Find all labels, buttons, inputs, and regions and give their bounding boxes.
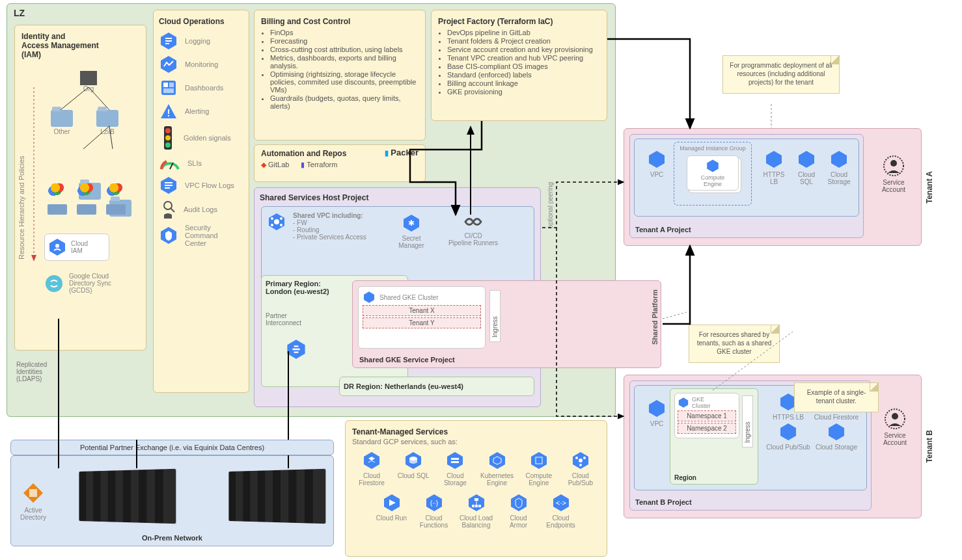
svg-point-59	[579, 464, 582, 466]
lb-icon	[467, 493, 486, 513]
storage-row	[48, 204, 126, 215]
tenant-y-ns: Tenant Y	[363, 317, 481, 328]
pubsub-icon	[571, 451, 590, 470]
svg-line-31	[171, 208, 174, 212]
tenant-a-vpc: VPC Managed Instance Group Compute Engin…	[634, 139, 859, 217]
svg-marker-70	[511, 494, 527, 511]
iam-side-label: Resource Hierarchy and Policies	[18, 90, 25, 260]
billing-box: Billing and Cost Control FinOps Forecast…	[254, 10, 426, 140]
dr-region-box: DR Region: Netherlands (eu-west4)	[339, 377, 534, 396]
shared-vpc-box: Shared VPC including: - FW - Routing - P…	[261, 206, 534, 283]
note-tenant-a: For programmatic deployment of all resou…	[722, 55, 840, 94]
traffic-light-icon	[159, 125, 177, 151]
factory-list: DevOps pipeline in GitLab Tenant folders…	[438, 29, 600, 96]
dr-region-title: DR Region: Netherlands (eu-west4)	[344, 382, 463, 390]
monitoring-icon	[159, 55, 178, 74]
shared-gke-proj-title: Shared GKE Service Project	[359, 356, 455, 364]
svg-rect-68	[478, 505, 481, 507]
alerting-icon	[159, 101, 178, 121]
svg-point-87	[892, 413, 898, 420]
gitlab-icon: ◆ GitLab	[261, 161, 289, 169]
storage-icon	[827, 422, 846, 442]
ad-box: Active Directory	[20, 482, 46, 521]
sql-icon	[797, 150, 816, 169]
svg-line-4	[83, 126, 109, 149]
svc-endpoints: <·>Cloud Endpoints	[542, 493, 581, 529]
partner-interconnect-label: Partner Interconnect	[266, 312, 301, 327]
svg-marker-51	[489, 452, 505, 469]
mig-box: Managed Instance Group Compute Engine	[674, 142, 752, 206]
secret-manager: ✱ Secret Manager	[392, 213, 431, 249]
server-rack-2	[228, 469, 325, 524]
billing-list: FinOps Forecasting Cross-cutting cost at…	[261, 29, 419, 110]
cloud-ops-title: Cloud Operations	[159, 17, 243, 26]
svg-marker-42	[364, 291, 374, 302]
secret-icon: ✱	[402, 213, 421, 233]
svc-armor: Cloud Armor	[499, 493, 538, 529]
svg-marker-85	[829, 423, 844, 440]
tenant-managed-subtitle: Standard GCP services, such as:	[352, 438, 600, 446]
optional-peering-label: optional peering	[547, 182, 554, 228]
storage-icon	[829, 150, 849, 169]
svg-point-23	[165, 135, 171, 140]
op-alerting: Alerting	[159, 101, 243, 121]
svg-point-57	[575, 457, 578, 459]
functions-icon: (··)	[424, 493, 444, 513]
svg-marker-84	[780, 423, 796, 440]
tenant-a-project: VPC Managed Instance Group Compute Engin…	[629, 134, 864, 238]
tenant-managed-box: Tenant-Managed Services Standard GCP ser…	[345, 420, 607, 557]
svg-rect-10	[165, 38, 172, 39]
shared-gke-inner: Shared GKE Cluster Tenant X Tenant Y	[358, 286, 486, 349]
svg-line-2	[61, 87, 89, 110]
svc-compute: Compute Engine	[519, 451, 558, 487]
svg-point-36	[280, 217, 282, 220]
compute-icon	[529, 451, 549, 470]
svg-marker-48	[447, 452, 463, 469]
storage-icon	[48, 204, 67, 215]
svg-marker-80	[649, 400, 665, 417]
onprem-label: On-Prem Network	[11, 534, 333, 542]
lb-icon	[764, 150, 784, 169]
svc-functions: (··)Cloud Functions	[415, 493, 454, 529]
cloud-ops-box: Cloud Operations Logging Monitoring Dash…	[153, 10, 249, 393]
svg-text:(··): (··)	[430, 500, 437, 507]
ns-2: Namespace 2	[678, 423, 736, 434]
svg-point-37	[271, 224, 273, 226]
infinity-icon	[460, 213, 486, 230]
tenant-b-proj-title: Tenant B Project	[635, 498, 692, 506]
op-vpc-flow-logs: VPC Flow Logs	[159, 176, 243, 195]
svg-point-38	[280, 224, 282, 226]
svg-rect-11	[165, 40, 172, 42]
svg-marker-76	[799, 151, 814, 168]
svc-cloudrun: Cloud Run	[372, 493, 411, 529]
ingress-label: Ingress	[489, 290, 501, 342]
tenant-b-pubsub: Cloud Pub/Sub	[765, 422, 812, 451]
factory-title: Project Factory (Terraform IaC)	[438, 17, 600, 26]
server-rack-1	[79, 469, 176, 524]
svg-marker-75	[766, 151, 782, 168]
svg-point-34	[274, 219, 279, 224]
svg-point-22	[165, 128, 171, 133]
svc-firestore: Cloud Firestore	[352, 451, 391, 487]
tenant-b-region: GKE Cluster Namespace 1 Namespace 2 Ingr…	[670, 388, 758, 485]
note-tenant-b: Example of a single-tenant cluster.	[794, 382, 879, 412]
exchange-label: Potential Partner Exchange (i.e. via Equ…	[80, 444, 264, 451]
tenant-a-sa: Service Account	[874, 155, 913, 193]
tenant-a-storage: Cloud Storage	[823, 150, 855, 185]
vpc-icon	[647, 399, 667, 418]
audit-icon	[159, 199, 177, 220]
onprem-network-box: Active Directory On-Prem Network	[10, 455, 334, 546]
op-logging: Logging	[159, 31, 243, 51]
storage-icon	[445, 451, 465, 470]
tenant-a-proj-title: Tenant A Project	[635, 226, 691, 233]
vpc-flow-icon	[159, 176, 178, 195]
svg-rect-65	[474, 498, 478, 501]
packer-icon: ▮ Packer	[385, 148, 419, 157]
tenant-a-bar: Tenant A	[924, 135, 935, 239]
tenant-managed-title: Tenant-Managed Services	[352, 427, 600, 436]
svg-rect-12	[165, 43, 169, 44]
tenant-b-region-label: Region	[674, 474, 696, 481]
iam-box: Identity and Access Management (IAM) Res…	[14, 25, 146, 351]
svg-marker-53	[531, 452, 547, 469]
ns-1: Namespace 1	[678, 410, 736, 421]
